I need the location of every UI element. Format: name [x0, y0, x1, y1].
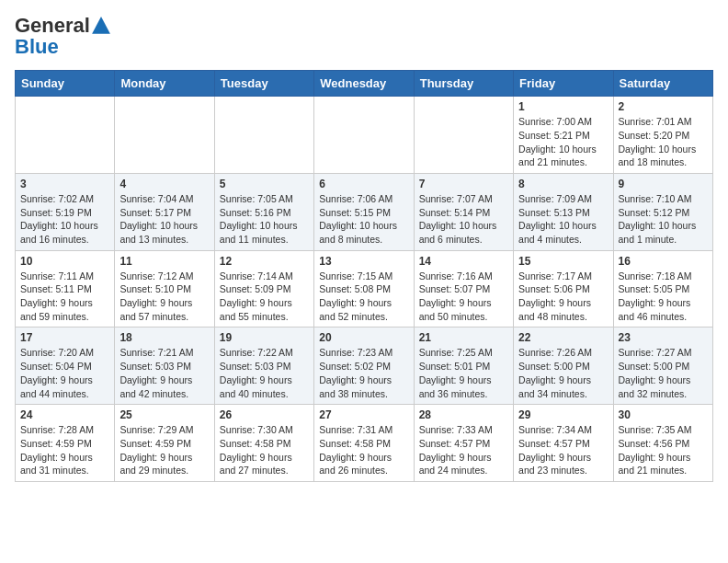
day-info: Sunrise: 7:30 AM Sunset: 4:58 PM Dayligh…	[220, 423, 309, 477]
week-row-1: 1Sunrise: 7:00 AM Sunset: 5:21 PM Daylig…	[16, 97, 713, 174]
day-info: Sunrise: 7:27 AM Sunset: 5:00 PM Dayligh…	[619, 346, 708, 400]
day-number: 12	[220, 255, 309, 268]
empty-cell	[414, 97, 513, 174]
day-info: Sunrise: 7:09 AM Sunset: 5:13 PM Dayligh…	[518, 192, 608, 247]
day-cell-17: 17Sunrise: 7:20 AM Sunset: 5:04 PM Dayli…	[16, 327, 115, 405]
weekday-header-sunday: Sunday	[16, 71, 115, 97]
day-info: Sunrise: 7:17 AM Sunset: 5:06 PM Dayligh…	[518, 270, 608, 324]
day-cell-25: 25Sunrise: 7:29 AM Sunset: 4:59 PM Dayli…	[115, 405, 214, 482]
day-cell-27: 27Sunrise: 7:31 AM Sunset: 4:58 PM Dayli…	[314, 405, 414, 482]
logo-triangle-icon	[91, 16, 111, 36]
day-info: Sunrise: 7:07 AM Sunset: 5:14 PM Dayligh…	[419, 192, 508, 247]
day-info: Sunrise: 7:26 AM Sunset: 5:00 PM Dayligh…	[518, 346, 608, 400]
day-number: 26	[220, 408, 309, 421]
day-cell-23: 23Sunrise: 7:27 AM Sunset: 5:00 PM Dayli…	[613, 327, 712, 405]
day-cell-8: 8Sunrise: 7:09 AM Sunset: 5:13 PM Daylig…	[514, 173, 613, 250]
day-info: Sunrise: 7:11 AM Sunset: 5:11 PM Dayligh…	[20, 270, 109, 324]
day-number: 11	[119, 255, 209, 268]
day-info: Sunrise: 7:12 AM Sunset: 5:10 PM Dayligh…	[119, 270, 209, 324]
weekday-header-wednesday: Wednesday	[314, 71, 414, 97]
day-info: Sunrise: 7:14 AM Sunset: 5:09 PM Dayligh…	[220, 270, 309, 324]
day-number: 3	[20, 178, 109, 190]
day-info: Sunrise: 7:02 AM Sunset: 5:19 PM Dayligh…	[20, 192, 109, 247]
day-info: Sunrise: 7:01 AM Sunset: 5:20 PM Dayligh…	[619, 115, 708, 169]
weekday-header-tuesday: Tuesday	[214, 71, 313, 97]
weekday-header-saturday: Saturday	[613, 71, 712, 97]
day-info: Sunrise: 7:05 AM Sunset: 5:16 PM Dayligh…	[220, 192, 309, 247]
logo: General Blue	[15, 15, 112, 59]
day-number: 5	[220, 178, 309, 190]
day-cell-14: 14Sunrise: 7:16 AM Sunset: 5:07 PM Dayli…	[414, 250, 513, 327]
day-info: Sunrise: 7:22 AM Sunset: 5:03 PM Dayligh…	[220, 346, 309, 400]
empty-cell	[214, 97, 313, 174]
day-info: Sunrise: 7:00 AM Sunset: 5:21 PM Dayligh…	[518, 115, 608, 169]
weekday-header-row: SundayMondayTuesdayWednesdayThursdayFrid…	[16, 71, 713, 97]
day-number: 10	[20, 255, 109, 268]
weekday-header-friday: Friday	[514, 71, 613, 97]
empty-cell	[16, 97, 115, 174]
day-info: Sunrise: 7:10 AM Sunset: 5:12 PM Dayligh…	[619, 192, 708, 247]
day-info: Sunrise: 7:29 AM Sunset: 4:59 PM Dayligh…	[119, 423, 209, 477]
day-number: 2	[619, 100, 708, 113]
day-info: Sunrise: 7:16 AM Sunset: 5:07 PM Dayligh…	[419, 270, 508, 324]
week-row-4: 17Sunrise: 7:20 AM Sunset: 5:04 PM Dayli…	[16, 327, 713, 405]
day-cell-15: 15Sunrise: 7:17 AM Sunset: 5:06 PM Dayli…	[514, 250, 613, 327]
day-info: Sunrise: 7:04 AM Sunset: 5:17 PM Dayligh…	[119, 192, 209, 247]
day-cell-13: 13Sunrise: 7:15 AM Sunset: 5:08 PM Dayli…	[314, 250, 414, 327]
day-cell-4: 4Sunrise: 7:04 AM Sunset: 5:17 PM Daylig…	[115, 173, 214, 250]
day-number: 8	[518, 178, 608, 190]
day-cell-5: 5Sunrise: 7:05 AM Sunset: 5:16 PM Daylig…	[214, 173, 313, 250]
day-number: 19	[220, 331, 309, 344]
day-number: 17	[20, 331, 109, 344]
day-number: 18	[119, 331, 209, 344]
day-info: Sunrise: 7:25 AM Sunset: 5:01 PM Dayligh…	[419, 346, 508, 400]
day-cell-28: 28Sunrise: 7:33 AM Sunset: 4:57 PM Dayli…	[414, 405, 513, 482]
day-cell-30: 30Sunrise: 7:35 AM Sunset: 4:56 PM Dayli…	[613, 405, 712, 482]
day-cell-12: 12Sunrise: 7:14 AM Sunset: 5:09 PM Dayli…	[214, 250, 313, 327]
day-number: 4	[119, 178, 209, 190]
logo-general-text: General	[15, 15, 90, 37]
day-info: Sunrise: 7:18 AM Sunset: 5:05 PM Dayligh…	[619, 270, 708, 324]
day-info: Sunrise: 7:20 AM Sunset: 5:04 PM Dayligh…	[20, 346, 109, 400]
day-cell-7: 7Sunrise: 7:07 AM Sunset: 5:14 PM Daylig…	[414, 173, 513, 250]
day-cell-18: 18Sunrise: 7:21 AM Sunset: 5:03 PM Dayli…	[115, 327, 214, 405]
day-cell-9: 9Sunrise: 7:10 AM Sunset: 5:12 PM Daylig…	[613, 173, 712, 250]
day-cell-11: 11Sunrise: 7:12 AM Sunset: 5:10 PM Dayli…	[115, 250, 214, 327]
day-cell-2: 2Sunrise: 7:01 AM Sunset: 5:20 PM Daylig…	[613, 97, 712, 174]
empty-cell	[115, 97, 214, 174]
day-cell-1: 1Sunrise: 7:00 AM Sunset: 5:21 PM Daylig…	[514, 97, 613, 174]
day-cell-20: 20Sunrise: 7:23 AM Sunset: 5:02 PM Dayli…	[314, 327, 414, 405]
day-info: Sunrise: 7:06 AM Sunset: 5:15 PM Dayligh…	[319, 192, 408, 247]
day-number: 23	[619, 331, 708, 344]
day-number: 27	[319, 408, 408, 421]
day-number: 1	[518, 100, 608, 113]
day-number: 16	[619, 255, 708, 268]
week-row-2: 3Sunrise: 7:02 AM Sunset: 5:19 PM Daylig…	[16, 173, 713, 250]
day-info: Sunrise: 7:34 AM Sunset: 4:57 PM Dayligh…	[518, 423, 608, 477]
day-number: 30	[619, 408, 708, 421]
day-number: 22	[518, 331, 608, 344]
day-number: 7	[419, 178, 508, 190]
svg-marker-0	[92, 17, 110, 34]
day-number: 20	[319, 331, 408, 344]
day-cell-21: 21Sunrise: 7:25 AM Sunset: 5:01 PM Dayli…	[414, 327, 513, 405]
day-cell-22: 22Sunrise: 7:26 AM Sunset: 5:00 PM Dayli…	[514, 327, 613, 405]
day-number: 25	[119, 408, 209, 421]
weekday-header-thursday: Thursday	[414, 71, 513, 97]
week-row-3: 10Sunrise: 7:11 AM Sunset: 5:11 PM Dayli…	[16, 250, 713, 327]
weekday-header-monday: Monday	[115, 71, 214, 97]
day-number: 28	[419, 408, 508, 421]
day-info: Sunrise: 7:33 AM Sunset: 4:57 PM Dayligh…	[419, 423, 508, 477]
calendar-table: SundayMondayTuesdayWednesdayThursdayFrid…	[15, 70, 713, 482]
day-cell-29: 29Sunrise: 7:34 AM Sunset: 4:57 PM Dayli…	[514, 405, 613, 482]
day-number: 15	[518, 255, 608, 268]
day-cell-24: 24Sunrise: 7:28 AM Sunset: 4:59 PM Dayli…	[16, 405, 115, 482]
day-number: 6	[319, 178, 408, 190]
day-info: Sunrise: 7:35 AM Sunset: 4:56 PM Dayligh…	[619, 423, 708, 477]
day-cell-6: 6Sunrise: 7:06 AM Sunset: 5:15 PM Daylig…	[314, 173, 414, 250]
day-number: 13	[319, 255, 408, 268]
day-info: Sunrise: 7:15 AM Sunset: 5:08 PM Dayligh…	[319, 270, 408, 324]
day-number: 24	[20, 408, 109, 421]
empty-cell	[314, 97, 414, 174]
day-cell-3: 3Sunrise: 7:02 AM Sunset: 5:19 PM Daylig…	[16, 173, 115, 250]
